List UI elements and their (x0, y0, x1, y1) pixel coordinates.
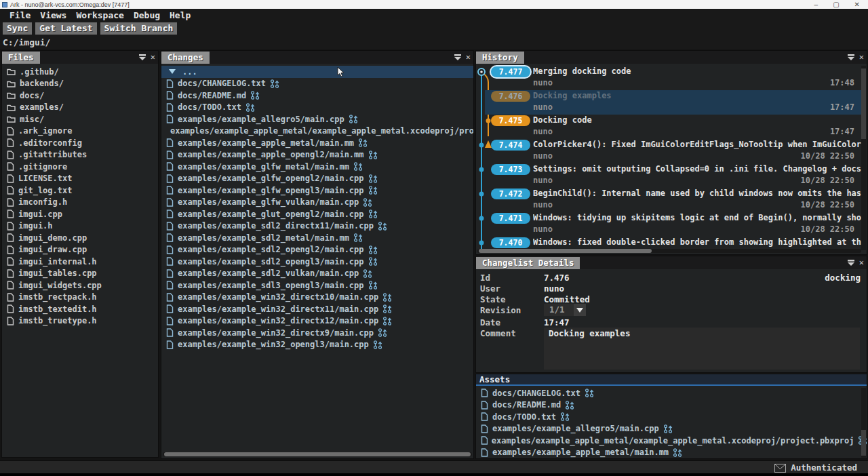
folder-icon (7, 68, 16, 75)
menu-item-file[interactable]: File (5, 10, 35, 20)
menu-item-views[interactable]: Views (35, 10, 71, 20)
history-entry[interactable]: 7.471 Windows: tidying up skipitems logi… (476, 212, 863, 237)
asset-file-row[interactable]: examples/example_allegro5/main.cpp (476, 423, 867, 435)
changed-file-row[interactable]: examples/example_apple_metal/main.mm (161, 137, 473, 149)
changed-file-row[interactable]: examples/example_win32_directx11/main.cp… (161, 303, 473, 315)
file-tree-row-imstb-rectpack-h[interactable]: imstb_rectpack.h (2, 292, 158, 304)
changes-root-row[interactable]: ... (161, 66, 473, 78)
file-tree-row-imgui-h[interactable]: imgui.h (2, 220, 158, 233)
file-name: imgui.cpp (18, 210, 62, 219)
changed-file-row[interactable]: examples/example_win32_directx10/main.cp… (161, 292, 473, 304)
changed-file-row[interactable]: examples/example_sdl2_directx11/main.cpp (161, 220, 473, 233)
file-tree-row-imstb-textedit-h[interactable]: imstb_textedit.h (2, 303, 158, 315)
history-entry[interactable]: 7.473 Settings: omit outputing Collapsed… (476, 163, 863, 188)
changed-file-row[interactable]: examples/example_sdl2_vulkan/main.cpp (161, 268, 473, 280)
changed-file-row[interactable]: docs/README.md (161, 90, 473, 102)
menu-item-debug[interactable]: Debug (129, 10, 165, 20)
file-tree-row-imgui-internal-h[interactable]: imgui_internal.h (2, 256, 158, 268)
changed-file-row[interactable]: examples/example_glfw_vulkan/main.cpp (161, 197, 473, 209)
file-tree-row-misc[interactable]: misc/ (2, 113, 158, 125)
file-tree-row-editorconfig[interactable]: .editorconfig (2, 137, 158, 149)
revision-dropdown[interactable]: 1/1 (544, 304, 586, 316)
changes-root-label: ... (182, 67, 197, 77)
changed-file-row[interactable]: examples/example_sdl2_opengl3/main.cpp (161, 256, 473, 268)
tab-files[interactable]: Files (2, 52, 40, 64)
chevron-down-icon[interactable] (574, 304, 586, 316)
file-tree-row-docs[interactable]: docs/ (2, 90, 158, 102)
history-entry[interactable]: 7.470 Windows: fixed double-clicked bord… (476, 237, 863, 250)
get-latest-button[interactable]: Get Latest (35, 22, 96, 35)
file-name: .github/ (20, 67, 59, 77)
file-tree-row-imconfig-h[interactable]: imconfig.h (2, 197, 158, 209)
maximize-button[interactable]: ▢ (833, 1, 839, 8)
changelist-badge: 7.472 (491, 189, 530, 199)
file-tree-row-license-txt[interactable]: LICENSE.txt (2, 173, 158, 185)
comment-field[interactable]: Docking examples (544, 328, 860, 370)
file-tree-row-gitattributes[interactable]: .gitattributes (2, 149, 158, 161)
scrollbar-handle[interactable] (479, 249, 652, 253)
history-entry[interactable]: 7.474 ColorPicker4(): Fixed ImGuiColorEd… (476, 139, 863, 163)
file-tree-row-git-log-txt[interactable]: git_log.txt (2, 184, 158, 197)
file-tree-row-github[interactable]: .github/ (2, 66, 158, 78)
changed-file-row[interactable]: examples/example_win32_opengl3/main.cpp (161, 339, 473, 351)
asset-file-row[interactable]: examples/example_apple_metal/example_app… (476, 435, 867, 447)
file-tree-row-imgui-demo-cpp[interactable]: imgui_demo.cpp (2, 232, 158, 244)
changed-file-row[interactable]: examples/example_glfw_opengl2/main.cpp (161, 173, 473, 185)
changed-file-row[interactable]: examples/example_sdl3_opengl3/main.cpp (161, 279, 473, 292)
file-tree-row-imgui-tables-cpp[interactable]: imgui_tables.cpp (2, 268, 158, 280)
changed-file-row[interactable]: examples/example_sdl2_opengl2/main.cpp (161, 244, 473, 256)
changed-file-row[interactable]: examples/example_win32_directx12/main.cp… (161, 315, 473, 328)
changed-file-row[interactable]: examples/example_apple_opengl2/main.mm (161, 149, 473, 161)
file-tree-row-imgui-draw-cpp[interactable]: imgui_draw.cpp (2, 244, 158, 256)
asset-file-row[interactable]: examples/example_apple_metal/main.mm (476, 447, 867, 459)
collapse-icon[interactable] (454, 54, 462, 61)
collapse-icon[interactable] (847, 54, 855, 61)
changed-file-row[interactable]: docs/CHANGELOG.txt (161, 78, 473, 90)
assets-vertical-scrollbar[interactable] (861, 388, 866, 458)
history-entry[interactable]: 7.477 Merging docking code nuno 17:48 (476, 66, 863, 90)
switch-branch-button[interactable]: Switch Branch (100, 22, 178, 35)
file-tree-row-backends[interactable]: backends/ (2, 78, 158, 90)
scrollbar-handle[interactable] (861, 430, 866, 456)
asset-file-row[interactable]: docs/CHANGELOG.txt (476, 387, 867, 399)
menu-item-help[interactable]: Help (165, 10, 195, 20)
changed-file-row[interactable]: examples/example_glut_opengl2/main.cpp (161, 208, 473, 220)
file-tree-row-imgui-widgets-cpp[interactable]: imgui_widgets.cpp (2, 279, 158, 292)
changed-file-row[interactable]: examples/example_apple_metal/example_app… (161, 125, 473, 138)
history-entry[interactable]: 7.475 Docking code nuno 17:47 (476, 115, 863, 139)
changed-file-row[interactable]: docs/TODO.txt (161, 102, 473, 114)
file-name: git_log.txt (18, 186, 72, 195)
collapse-icon[interactable] (138, 54, 146, 61)
changes-horizontal-scrollbar[interactable] (163, 452, 472, 456)
sync-button[interactable]: Sync (3, 22, 32, 35)
close-icon[interactable]: ✕ (466, 52, 471, 62)
close-icon[interactable]: ✕ (151, 52, 155, 62)
asset-file-row[interactable]: docs/README.md (476, 399, 867, 412)
changed-file-row[interactable]: examples/example_glfw_opengl3/main.cpp (161, 184, 473, 197)
history-horizontal-scrollbar[interactable] (477, 249, 861, 253)
history-vertical-scrollbar[interactable] (861, 66, 866, 250)
asset-file-row[interactable]: docs/TODO.txt (476, 411, 867, 423)
tab-changes[interactable]: Changes (161, 52, 210, 64)
close-icon[interactable]: ✕ (859, 52, 864, 62)
file-tree-row-ark-ignore[interactable]: .ark_ignore (2, 125, 158, 138)
file-tree-row-examples[interactable]: examples/ (2, 102, 158, 114)
file-tree-row-imstb-truetype-h[interactable]: imstb_truetype.h (2, 315, 158, 328)
tab-changelist-details[interactable]: Changelist Details (476, 257, 580, 269)
changed-file-row[interactable]: examples/example_sdl2_metal/main.mm (161, 232, 473, 244)
close-icon[interactable]: ✕ (859, 258, 864, 267)
history-entry[interactable]: 7.472 BeginChild(): Internal name used b… (476, 188, 863, 212)
scrollbar-handle[interactable] (861, 68, 866, 139)
file-tree-row-gitignore[interactable]: .gitignore (2, 161, 158, 173)
scrollbar-handle[interactable] (164, 452, 471, 456)
file-tree-row-imgui-cpp[interactable]: imgui.cpp (2, 208, 158, 220)
minimize-button[interactable]: – (814, 1, 818, 8)
collapse-icon[interactable] (847, 259, 855, 266)
history-entry[interactable]: 7.476 Docking examples nuno 17:47 (485, 90, 863, 115)
changed-file-row[interactable]: examples/example_win32_directx9/main.cpp (161, 327, 473, 339)
close-button[interactable]: ✕ (854, 1, 860, 8)
menu-item-workspace[interactable]: Workspace (71, 10, 128, 20)
changed-file-row[interactable]: examples/example_allegro5/main.cpp (161, 113, 473, 125)
tab-history[interactable]: History (476, 52, 524, 64)
changed-file-row[interactable]: examples/example_glfw_metal/main.mm (161, 161, 473, 173)
